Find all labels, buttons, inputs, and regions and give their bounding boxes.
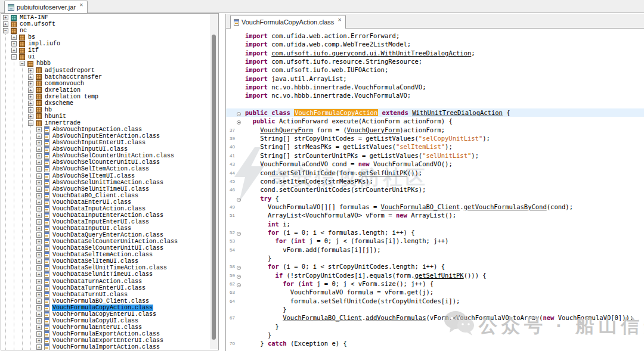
expand-icon[interactable]: + xyxy=(36,259,42,264)
fold-gutter[interactable] xyxy=(235,108,242,117)
tree-item[interactable]: +VouchDataEnterUI.class xyxy=(1,199,210,206)
tree-item[interactable]: +VouchDataSelCounterUnitAction.class xyxy=(1,238,210,245)
expand-icon[interactable]: + xyxy=(28,68,33,73)
tree-item[interactable]: +VouchFormulaBO_Client.class xyxy=(1,298,210,305)
tree-item[interactable]: +hbunit xyxy=(1,113,210,120)
tree-item[interactable]: +VouchDataSelItemUI.class xyxy=(1,258,210,265)
expand-icon[interactable]: + xyxy=(36,153,42,159)
tree-item[interactable]: +VouchDataBO_Client.class xyxy=(1,192,210,199)
tree-item[interactable]: +VouchFormulaImportAction.class xyxy=(1,344,210,350)
tab-class[interactable]: VouchFormulaCopyAction.class ✕ xyxy=(230,15,346,29)
collapse-icon[interactable]: − xyxy=(20,61,25,66)
expand-icon[interactable]: + xyxy=(36,344,42,350)
expand-icon[interactable]: + xyxy=(36,193,42,198)
expand-icon[interactable]: + xyxy=(36,226,42,231)
tree-item-selected[interactable]: +VouchFormulaCopyAction.class xyxy=(1,305,210,311)
code-editor[interactable]: import com.ufida.web.action.ErrorForward… xyxy=(225,29,644,351)
expand-icon[interactable]: + xyxy=(36,127,42,132)
expand-icon[interactable]: + xyxy=(36,166,42,172)
tree-item[interactable]: −nc xyxy=(1,27,210,34)
collapse-icon[interactable]: − xyxy=(3,28,8,33)
tree-scrollbar-thumb[interactable] xyxy=(212,35,216,340)
tree-item[interactable]: +VouchFormulaExportEnterUI.class xyxy=(1,337,210,344)
tree-item[interactable]: +AbsVouchSelUnitTimeAction.class xyxy=(1,179,210,186)
expand-icon[interactable]: + xyxy=(36,160,42,165)
expand-icon[interactable]: + xyxy=(36,200,42,205)
collapse-icon[interactable]: − xyxy=(28,120,33,126)
tab-close-icon[interactable]: ✕ xyxy=(79,3,83,8)
expand-icon[interactable]: + xyxy=(36,305,42,310)
tree-item[interactable]: +VouchDataInputEnterUI.class xyxy=(1,219,210,225)
expand-icon[interactable]: + xyxy=(36,312,42,317)
tree-item[interactable]: −hbbb xyxy=(1,60,210,67)
collapse-region-icon[interactable] xyxy=(237,266,241,270)
tree-item[interactable]: +AbsVouchInputEnterAction.class xyxy=(1,133,210,139)
tree-item[interactable]: +hb xyxy=(1,107,210,113)
expand-icon[interactable]: + xyxy=(36,318,42,324)
tree-item[interactable]: +AbsVouchInputEnterUI.class xyxy=(1,139,210,146)
expand-icon[interactable]: + xyxy=(36,246,42,251)
collapse-region-icon[interactable] xyxy=(237,232,241,236)
tree-item[interactable]: +dxrelation xyxy=(1,87,210,94)
collapse-region-icon[interactable] xyxy=(237,283,241,287)
tree-item[interactable]: +AbsVouchSelUnitTimeUI.class xyxy=(1,186,210,192)
fold-gutter[interactable] xyxy=(235,228,242,237)
expand-icon[interactable]: + xyxy=(36,213,42,218)
tree-item[interactable]: +AbsVouchSelCounterUnitAction.class xyxy=(1,153,210,159)
expand-icon[interactable]: + xyxy=(28,101,33,106)
collapse-region-icon[interactable] xyxy=(237,112,241,116)
expand-icon[interactable]: + xyxy=(36,173,42,179)
expand-icon[interactable]: + xyxy=(36,325,42,330)
collapse-region-icon[interactable] xyxy=(237,275,241,279)
tree-item[interactable]: +VouchDataSelUnitTimeAction.class xyxy=(1,265,210,271)
tree-item[interactable]: +dxrelation temp xyxy=(1,94,210,100)
expand-icon[interactable]: + xyxy=(36,140,42,145)
tree-item[interactable]: −ui xyxy=(1,54,210,60)
expand-icon[interactable]: + xyxy=(3,21,8,27)
tree-item[interactable]: +itf xyxy=(1,47,210,54)
collapse-region-icon[interactable] xyxy=(237,198,241,202)
tree-scrollbar-track[interactable] xyxy=(210,14,218,349)
expand-icon[interactable]: + xyxy=(36,252,42,257)
expand-icon[interactable]: + xyxy=(11,48,17,53)
tree-item[interactable]: +VouchDataSelUnitTimeUI.class xyxy=(1,271,210,278)
expand-icon[interactable]: + xyxy=(36,147,42,152)
expand-icon[interactable]: + xyxy=(36,232,42,238)
collapse-icon[interactable]: − xyxy=(11,54,17,60)
tree-item[interactable]: +AbsVouchSelItemAction.class xyxy=(1,166,210,172)
tree-item[interactable]: +VouchFormulaCopyUI.class xyxy=(1,318,210,324)
tree-item[interactable]: +VouchDataSelItemAction.class xyxy=(1,251,210,258)
tree-item[interactable]: +META-INF xyxy=(1,14,210,21)
tree-item[interactable]: +VouchDataQueryEnterAction.class xyxy=(1,232,210,238)
tree-item[interactable]: +AbsVouchInputAction.class xyxy=(1,126,210,133)
tree-item[interactable]: +AbsVouchSelItemUI.class xyxy=(1,173,210,179)
expand-icon[interactable]: + xyxy=(3,15,8,20)
tree-item[interactable]: +com.ufsoft xyxy=(1,21,210,27)
expand-icon[interactable]: + xyxy=(28,88,33,93)
expand-icon[interactable]: + xyxy=(36,279,42,284)
tree-item[interactable]: +VouchDataInputEnterAction.class xyxy=(1,212,210,219)
tree-item[interactable]: +bs xyxy=(1,34,210,41)
tree-item[interactable]: +AbsVouchSelCounterUnitUI.class xyxy=(1,159,210,166)
expand-icon[interactable]: + xyxy=(36,133,42,139)
tree-item[interactable]: +VouchDataInputUI.class xyxy=(1,225,210,232)
expand-icon[interactable]: + xyxy=(11,35,17,40)
expand-icon[interactable]: + xyxy=(36,180,42,185)
tab-close-icon[interactable]: ✕ xyxy=(338,18,342,23)
expand-icon[interactable]: + xyxy=(36,239,42,244)
expand-icon[interactable]: + xyxy=(11,41,17,46)
tree-item[interactable]: +VouchFormulaEnterUI.class xyxy=(1,324,210,331)
tree-item[interactable]: −innertrade xyxy=(1,120,210,126)
tree-item[interactable]: +VouchDataSelCounterUnitUI.class xyxy=(1,245,210,251)
expand-icon[interactable]: + xyxy=(36,219,42,225)
fold-gutter[interactable] xyxy=(235,271,242,279)
expand-icon[interactable]: + xyxy=(36,338,42,343)
tree-item[interactable]: +adjustedreport xyxy=(1,67,210,74)
package-tree[interactable]: +META-INF+com.ufsoft−nc+bs+impl.iufo+itf… xyxy=(1,14,210,350)
expand-icon[interactable]: + xyxy=(28,107,33,113)
expand-icon[interactable]: + xyxy=(36,206,42,212)
fold-gutter[interactable] xyxy=(235,279,242,288)
tree-item[interactable]: +impl.iufo xyxy=(1,41,210,47)
tree-item[interactable]: +VouchDataTurnAction.class xyxy=(1,278,210,285)
tree-item[interactable]: +VouchDataInputAction.class xyxy=(1,206,210,212)
